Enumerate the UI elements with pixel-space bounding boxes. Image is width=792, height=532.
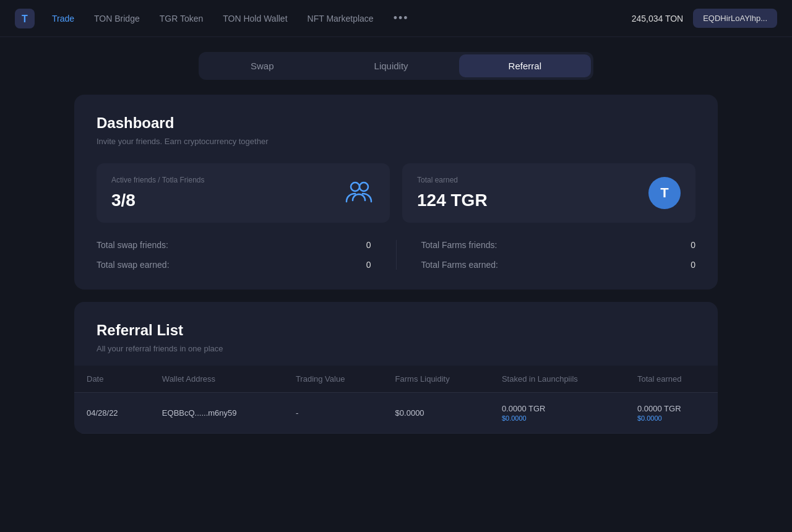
metric-farms-earned-value: 0	[691, 260, 695, 270]
metric-swap-friends-label: Total swap friends:	[97, 240, 168, 250]
tgr-icon: T	[648, 177, 681, 209]
table-row: 04/28/22 EQBBcQ......m6ny59 - $0.0000 0.…	[74, 393, 718, 434]
stat-friends-value: 3/8	[111, 191, 205, 210]
friends-icon	[343, 176, 375, 210]
metric-swap-friends-value: 0	[366, 240, 371, 250]
metric-farms-friends-label: Total Farms friends:	[421, 240, 497, 250]
stat-friends-box: Active friends / Totla Friends 3/8	[97, 163, 390, 223]
cell-trading: -	[283, 393, 383, 434]
nav-nft-marketplace[interactable]: NFT Marketplace	[308, 14, 374, 24]
logo[interactable]: T	[15, 9, 35, 28]
nav-tgr-token[interactable]: TGR Token	[160, 14, 204, 24]
dashboard-title: Dashboard	[97, 114, 695, 132]
tabs: Swap Liquidity Referral	[199, 52, 593, 80]
stat-earned-label: Total earned	[417, 176, 488, 184]
cell-wallet: EQBBcQ......m6ny59	[150, 393, 283, 434]
tab-liquidity[interactable]: Liquidity	[325, 54, 458, 77]
referral-table: Date Wallet Address Trading Value Farms …	[74, 366, 718, 434]
nav-balance: 245,034 TON	[632, 14, 684, 24]
metric-farms-friends-value: 0	[691, 240, 695, 250]
metrics-right: Total Farms friends: 0 Total Farms earne…	[421, 240, 696, 270]
cell-staked: 0.0000 TGR$0.0000	[489, 393, 625, 434]
metrics-left: Total swap friends: 0 Total swap earned:…	[97, 240, 371, 270]
referral-list-subtitle: All your referral friends in one place	[97, 344, 695, 353]
cell-farms: $0.0000	[383, 393, 489, 434]
col-divider	[396, 240, 397, 270]
stat-friends-label: Active friends / Totla Friends	[111, 176, 205, 184]
metric-swap-earned: Total swap earned: 0	[97, 260, 371, 270]
navbar: T Trade TON Bridge TGR Token TON Hold Wa…	[0, 0, 792, 37]
cell-date: 04/28/22	[74, 393, 150, 434]
metric-swap-friends: Total swap friends: 0	[97, 240, 371, 250]
svg-point-3	[359, 182, 368, 191]
nav-ton-bridge[interactable]: TON Bridge	[94, 14, 140, 24]
col-farms: Farms Liquidity	[383, 366, 489, 393]
stat-earned-box: Total earned 124 TGR T	[402, 163, 695, 223]
metric-swap-earned-value: 0	[366, 260, 371, 270]
table-header-row: Date Wallet Address Trading Value Farms …	[74, 366, 718, 393]
nav-trade[interactable]: Trade	[52, 14, 74, 24]
nav-links: Trade TON Bridge TGR Token TON Hold Wall…	[52, 12, 632, 25]
tabs-container: Swap Liquidity Referral	[0, 52, 792, 80]
metric-farms-earned: Total Farms earned: 0	[421, 260, 696, 270]
col-date: Date	[74, 366, 150, 393]
wallet-button[interactable]: EQDHirLoAYlhp...	[693, 9, 777, 28]
dashboard-card: Dashboard Invite your friends. Earn cryp…	[74, 95, 718, 290]
nav-right: 245,034 TON EQDHirLoAYlhp...	[632, 9, 777, 28]
tab-referral[interactable]: Referral	[459, 54, 591, 77]
tab-swap[interactable]: Swap	[201, 54, 324, 77]
svg-text:T: T	[22, 13, 28, 24]
col-wallet: Wallet Address	[150, 366, 283, 393]
referral-list-card: Referral List All your referral friends …	[74, 302, 718, 434]
metric-swap-earned-label: Total swap earned:	[97, 260, 170, 270]
referral-header: Referral List All your referral friends …	[74, 322, 718, 366]
main-content: Dashboard Invite your friends. Earn cryp…	[0, 80, 792, 461]
dashboard-subtitle: Invite your friends. Earn cryptocurrency…	[97, 137, 695, 146]
nav-ton-hold-wallet[interactable]: TON Hold Wallet	[223, 14, 287, 24]
col-staked: Staked in Launchpiils	[489, 366, 625, 393]
referral-list-title: Referral List	[97, 322, 695, 339]
nav-more-icon[interactable]: •••	[394, 12, 409, 25]
stat-earned-value: 124 TGR	[417, 191, 488, 210]
metrics-row: Total swap friends: 0 Total swap earned:…	[97, 240, 695, 270]
stats-row: Active friends / Totla Friends 3/8	[97, 163, 695, 223]
cell-earned: 0.0000 TGR$0.0000	[625, 393, 718, 434]
metric-farms-friends: Total Farms friends: 0	[421, 240, 696, 250]
metric-farms-earned-label: Total Farms earned:	[421, 260, 499, 270]
col-trading: Trading Value	[283, 366, 383, 393]
col-earned: Total earned	[625, 366, 718, 393]
svg-point-2	[351, 182, 359, 191]
